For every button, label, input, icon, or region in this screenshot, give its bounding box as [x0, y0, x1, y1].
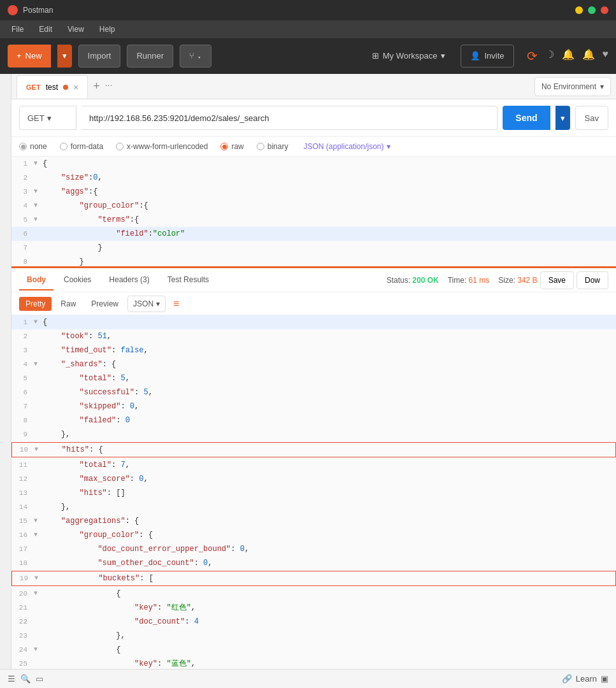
send-dropdown-arrow[interactable]: ▾	[555, 106, 570, 130]
json-type-label: JSON (application/json)	[303, 142, 383, 151]
response-download-button[interactable]: Dow	[577, 271, 608, 289]
option-raw[interactable]: raw	[220, 142, 243, 151]
env-label: No Environment	[541, 82, 596, 91]
response-json-type[interactable]: JSON ▾	[127, 296, 166, 312]
json-type-selector[interactable]: JSON (application/json) ▾	[303, 142, 390, 151]
moon-icon[interactable]: ☽	[545, 48, 554, 64]
titlebar: Postman	[0, 0, 616, 20]
resp-line: 8 "failed": 0	[11, 413, 616, 427]
fork-button[interactable]: ⑂ ▾	[180, 45, 211, 68]
option-binary[interactable]: binary	[257, 142, 289, 151]
resp-line: 21 "key": "红色",	[11, 601, 616, 615]
response-status: Status: 200 OK Time: 61 ms Size: 342 B	[387, 276, 538, 285]
status-time: 61 ms	[469, 276, 490, 285]
sync-icon[interactable]: ⟳	[527, 48, 538, 64]
resp-line: 20 ▼ {	[11, 587, 616, 601]
resp-line: 6 "successful": 5,	[11, 385, 616, 399]
chevron-down-icon: ▾	[600, 82, 604, 91]
request-tab[interactable]: GET test ×	[17, 75, 88, 98]
json-dropdown-icon: ▾	[156, 299, 160, 308]
code-line: 1 ▼ {	[11, 157, 616, 171]
wrap-icon[interactable]: ≡	[173, 298, 179, 310]
menu-help[interactable]: Help	[93, 22, 122, 36]
tab-actions: + ···	[93, 80, 112, 93]
bottom-right: 🔗 Learn ▣	[562, 674, 608, 684]
method-label: GET	[27, 113, 45, 123]
tab-headers[interactable]: Headers (3)	[101, 270, 157, 290]
minimize-btn[interactable]	[575, 6, 583, 14]
environment-selector[interactable]: No Environment ▾	[534, 77, 611, 96]
bottom-bar: ☰ 🔍 ▭ 🔗 Learn ▣	[0, 669, 616, 688]
resp-line: 7 "skipped": 0,	[11, 399, 616, 413]
option-urlencoded[interactable]: x-www-form-urlencoded	[116, 142, 208, 151]
save-button[interactable]: Sav	[575, 106, 608, 130]
url-input[interactable]	[82, 106, 498, 130]
learn-label[interactable]: Learn	[576, 674, 597, 684]
time-label: Time: 61 ms	[448, 276, 490, 285]
heart-icon[interactable]: ♥	[603, 48, 609, 64]
new-label: New	[25, 51, 42, 61]
console-icon[interactable]: ▭	[36, 674, 43, 684]
add-tab-icon[interactable]: +	[93, 80, 100, 93]
resp-line: 9 },	[11, 427, 616, 441]
resp-line: 2 "took": 51,	[11, 329, 616, 343]
more-tabs-icon[interactable]: ···	[105, 80, 113, 93]
menu-file[interactable]: File	[5, 22, 30, 36]
env-select-dropdown[interactable]: No Environment ▾	[534, 77, 611, 96]
tab-method: GET	[26, 83, 41, 91]
json-type-dropdown-icon: ▾	[387, 142, 390, 151]
radio-urlencoded	[116, 143, 124, 150]
person-icon: 👤	[470, 51, 480, 61]
option-form-data[interactable]: form-data	[60, 142, 103, 151]
tab-test-results[interactable]: Test Results	[160, 270, 217, 290]
tab-body[interactable]: Body	[19, 270, 54, 290]
resp-line: 3 "timed_out": false,	[11, 343, 616, 357]
format-pretty[interactable]: Pretty	[19, 297, 52, 311]
workspace-button[interactable]: ⊞ My Workspace ▾	[363, 47, 455, 65]
window-controls	[575, 6, 608, 14]
bottom-left-icons: ☰ 🔍 ▭	[8, 674, 43, 684]
size-label: Size: 342 B	[498, 276, 537, 285]
resp-line: 16 ▼ "group_color": {	[11, 528, 616, 542]
send-button[interactable]: Send	[503, 106, 550, 130]
menu-view[interactable]: View	[61, 22, 90, 36]
resp-line: 4 ▼ "_shards": {	[11, 357, 616, 371]
close-btn[interactable]	[601, 6, 608, 14]
status-size: 342 B	[517, 276, 537, 285]
plus-icon: +	[17, 51, 22, 61]
format-raw[interactable]: Raw	[54, 297, 82, 311]
grid-view-icon[interactable]: ▣	[601, 674, 608, 684]
resp-line: 24 ▼ {	[11, 643, 616, 657]
status-label: Status: 200 OK	[387, 276, 439, 285]
invite-button[interactable]: 👤 Invite	[461, 45, 513, 68]
format-preview[interactable]: Preview	[85, 297, 125, 311]
runner-button[interactable]: Runner	[127, 45, 173, 68]
chevron-down-icon: ▾	[441, 51, 445, 61]
content-area: GET test × + ··· No Environment ▾ GET ▾	[11, 74, 616, 688]
maximize-btn[interactable]	[588, 6, 596, 14]
search-icon[interactable]: 🔍	[20, 674, 31, 684]
resp-line: 12 "max_score": 0,	[11, 472, 616, 486]
response-save-button[interactable]: Save	[540, 271, 574, 289]
radio-form-data	[60, 143, 68, 150]
resp-line: 19 ▼ "buckets": [	[11, 571, 616, 586]
tab-close-icon[interactable]: ×	[73, 82, 78, 92]
titlebar-left: Postman	[8, 5, 53, 15]
option-none[interactable]: none	[19, 142, 47, 151]
notification-icon[interactable]: 🔔	[582, 48, 595, 64]
tab-cookies[interactable]: Cookies	[56, 270, 99, 290]
request-body-editor[interactable]: 1 ▼ { 2 "size":0, 3 ▼ "aggs":{ 4 ▼ "grou…	[11, 157, 616, 268]
menu-edit[interactable]: Edit	[32, 22, 59, 36]
code-line: 7 }	[11, 241, 616, 255]
method-dropdown-icon: ▾	[47, 113, 52, 123]
response-body: 1 ▼ { 2 "took": 51, 3 "timed_out": false…	[11, 315, 616, 688]
workspace-label: My Workspace	[383, 51, 438, 61]
new-dropdown-arrow[interactable]: ▾	[57, 45, 72, 68]
import-button[interactable]: Import	[78, 45, 121, 68]
sidebar-toggle-icon[interactable]: ☰	[8, 674, 15, 684]
bell-icon[interactable]: 🔔	[562, 48, 575, 64]
method-select[interactable]: GET ▾	[19, 106, 76, 130]
invite-label: Invite	[484, 51, 504, 61]
new-button[interactable]: + New	[8, 45, 51, 68]
response-format-bar: Pretty Raw Preview JSON ▾ ≡	[11, 292, 616, 315]
